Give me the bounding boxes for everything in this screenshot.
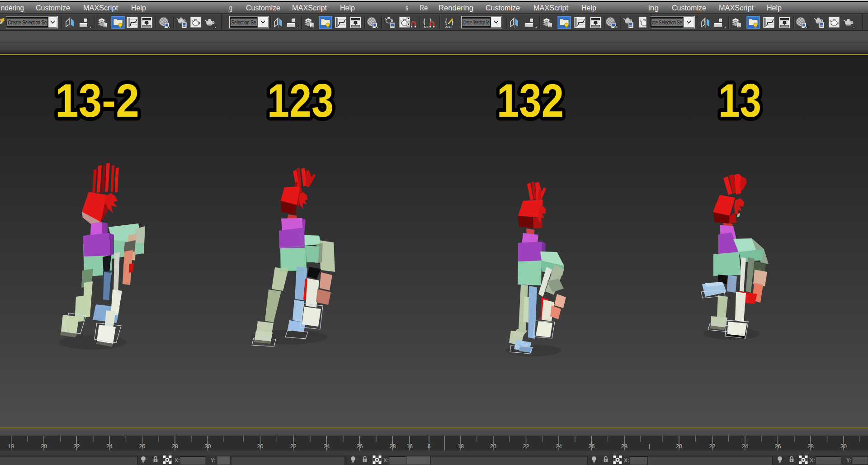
svg-text:24: 24: [556, 443, 562, 450]
svg-text:Create Selection Se: Create Selection Se: [463, 19, 490, 26]
svg-text:Re: Re: [420, 4, 428, 12]
svg-text:X:: X:: [175, 457, 180, 464]
svg-text:24: 24: [106, 443, 113, 450]
svg-text:Customize: Customize: [486, 4, 520, 12]
svg-text:26: 26: [357, 443, 363, 450]
svg-text:13: 13: [718, 74, 761, 127]
svg-text:Y:: Y:: [211, 457, 216, 464]
svg-text:Create Selection Se: Create Selection Se: [8, 19, 47, 26]
svg-text:24: 24: [324, 443, 330, 450]
svg-text:AB: AB: [424, 25, 428, 28]
svg-text:Y:: Y:: [846, 457, 851, 464]
svg-text:Customize: Customize: [672, 4, 706, 12]
svg-text:6: 6: [428, 443, 431, 450]
svg-text:Rendering: Rendering: [439, 4, 473, 12]
svg-text:ABC: ABC: [445, 25, 452, 28]
svg-text:{: {: [445, 18, 448, 25]
svg-text:X:: X:: [383, 457, 389, 464]
svg-text:Help: Help: [131, 4, 146, 12]
svg-text:18: 18: [458, 443, 464, 450]
svg-text:Help: Help: [581, 4, 596, 12]
svg-text:Help: Help: [767, 4, 782, 12]
svg-text:X:: X:: [624, 457, 629, 464]
svg-text:16: 16: [406, 443, 413, 450]
svg-text:MAXScript: MAXScript: [83, 4, 118, 12]
svg-text:Customize: Customize: [36, 4, 70, 12]
svg-text:ate Selection Se: ate Selection Se: [652, 19, 682, 26]
svg-text:26: 26: [589, 443, 595, 450]
svg-text:26: 26: [139, 443, 146, 450]
svg-text:ing: ing: [648, 4, 659, 12]
svg-text:30: 30: [840, 443, 847, 450]
svg-text:30: 30: [205, 443, 211, 450]
svg-text:20: 20: [41, 443, 47, 450]
svg-text:28: 28: [807, 443, 814, 450]
svg-text:X:: X:: [810, 457, 815, 464]
svg-text:123: 123: [267, 74, 334, 127]
svg-text:132: 132: [497, 74, 564, 127]
svg-text:20: 20: [490, 443, 496, 450]
svg-text:MAXScript: MAXScript: [292, 4, 327, 12]
svg-text:MAXScript: MAXScript: [719, 4, 754, 12]
svg-text:18: 18: [8, 443, 14, 450]
svg-text:20: 20: [257, 443, 264, 450]
svg-text:26: 26: [775, 443, 781, 450]
svg-text:13-2: 13-2: [55, 74, 139, 127]
svg-text:g: g: [229, 4, 232, 12]
svg-text:Customize: Customize: [246, 4, 280, 12]
svg-text:22: 22: [709, 443, 716, 450]
svg-text:28: 28: [390, 443, 396, 450]
svg-text:{: {: [423, 18, 426, 25]
svg-text:28: 28: [621, 443, 627, 450]
svg-text:MAXScript: MAXScript: [533, 4, 569, 12]
svg-text:Selection Se: Selection Se: [231, 19, 256, 26]
svg-text:22: 22: [290, 443, 297, 450]
svg-text:s: s: [406, 4, 408, 12]
svg-text:22: 22: [523, 443, 529, 450]
svg-text:22: 22: [74, 443, 80, 450]
svg-text:ndering: ndering: [1, 4, 24, 12]
svg-text:20: 20: [676, 443, 682, 450]
svg-text:28: 28: [172, 443, 178, 450]
svg-text:24: 24: [742, 443, 748, 450]
svg-text:Help: Help: [340, 4, 355, 12]
